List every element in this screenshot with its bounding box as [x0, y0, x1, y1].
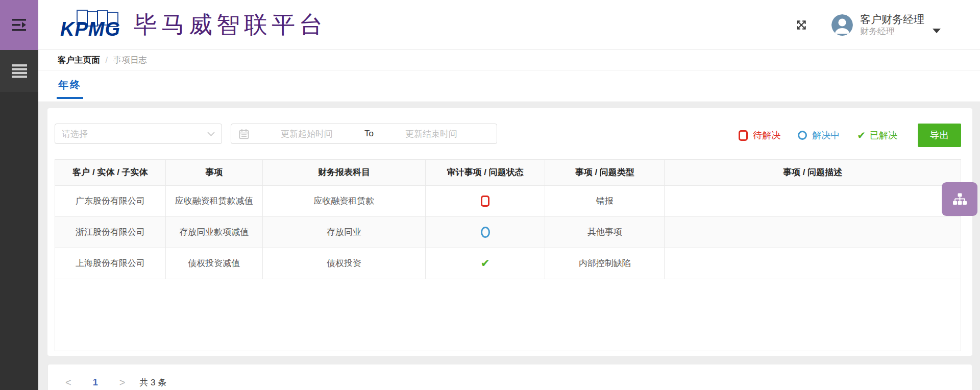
table-cell: 浙江股份有限公司	[55, 216, 165, 248]
calendar-icon	[239, 129, 249, 139]
org-structure-float-button[interactable]	[942, 182, 977, 216]
chevron-down-icon	[207, 132, 215, 136]
column-header: 财务报表科目	[262, 160, 425, 185]
table-cell: 债权投资	[262, 248, 425, 279]
tab-bar: 年终	[38, 70, 980, 102]
filter-select[interactable]: 请选择	[55, 124, 222, 144]
sidebar-menu-toggle[interactable]	[0, 0, 38, 50]
table-cell	[665, 248, 961, 279]
brand-area: KPMG 毕马威智联平台	[60, 9, 327, 41]
table-cell: 存放同业款项减值	[165, 216, 262, 248]
status-cell	[426, 185, 545, 216]
fullscreen-button[interactable]	[795, 18, 808, 32]
chevron-down-icon[interactable]	[933, 29, 941, 33]
issues-table-container: 客户 / 实体 / 子实体事项财务报表科目审计事项 / 问题状态事项 / 问题类…	[55, 159, 961, 351]
table-cell: 应收融资租赁款	[262, 185, 425, 216]
column-header: 审计事项 / 问题状态	[426, 160, 545, 185]
column-header: 客户 / 实体 / 子实体	[55, 160, 165, 185]
issues-table: 客户 / 实体 / 子实体事项财务报表科目审计事项 / 问题状态事项 / 问题类…	[55, 160, 961, 279]
export-button[interactable]: 导出	[918, 124, 961, 147]
pagination-total: 共 3 条	[139, 377, 166, 388]
date-range-picker[interactable]: 更新起始时间 To 更新结束时间	[231, 124, 497, 144]
status-cell: ✔	[426, 248, 545, 279]
hamburger-icon	[12, 64, 27, 78]
breadcrumb-separator: /	[106, 55, 108, 65]
legend-square-icon	[739, 130, 748, 141]
pagination-bar: < 1 > 共 3 条	[47, 364, 972, 390]
breadcrumb: 客户主页面 / 事项日志	[38, 50, 980, 70]
table-row: 广东股份有限公司应收融资租赁款减值应收融资租赁款错报	[55, 185, 961, 216]
table-row: 浙江股份有限公司存放同业款项减值存放同业其他事项	[55, 216, 961, 248]
table-cell	[665, 185, 961, 216]
legend-label: 解决中	[812, 129, 840, 141]
table-header-row: 客户 / 实体 / 子实体事项财务报表科目审计事项 / 问题状态事项 / 问题类…	[55, 160, 961, 185]
legend-circle-icon	[798, 131, 807, 140]
tab-year-end[interactable]: 年终	[57, 78, 83, 99]
legend-item-circle: 解决中	[798, 129, 840, 141]
sidebar-item-menu[interactable]	[0, 50, 38, 92]
sidebar	[0, 0, 38, 390]
status-in_progress-icon	[481, 227, 490, 238]
table-cell: 上海股份有限公司	[55, 248, 165, 279]
table-cell: 广东股份有限公司	[55, 185, 165, 216]
table-cell: 存放同业	[262, 216, 425, 248]
filter-row: 请选择 更新起始时间 To 更新结束时间 待解决解决中✔已解决 导出	[55, 108, 961, 147]
table-row: 上海股份有限公司债权投资减值债权投资✔内部控制缺陷	[55, 248, 961, 279]
column-header: 事项 / 问题描述	[665, 160, 961, 185]
select-placeholder: 请选择	[62, 128, 88, 140]
table-cell: 应收融资租赁款减值	[165, 185, 262, 216]
pagination-prev-button[interactable]: <	[65, 377, 71, 388]
user-icon	[831, 14, 853, 36]
legend-label: 待解决	[753, 129, 780, 141]
user-menu[interactable]: 客户财务经理 财务经理	[860, 13, 924, 37]
app-window: KPMG 毕马威智联平台	[0, 0, 980, 390]
table-body: 广东股份有限公司应收融资租赁款减值应收融资租赁款错报浙江股份有限公司存放同业款项…	[55, 185, 961, 279]
kpmg-logo: KPMG	[60, 10, 120, 40]
column-header: 事项	[165, 160, 262, 185]
date-end-input[interactable]: 更新结束时间	[374, 128, 489, 140]
avatar[interactable]	[831, 14, 853, 36]
user-name: 客户财务经理	[860, 13, 924, 25]
sitemap-icon	[952, 193, 967, 206]
content-area: 请选择 更新起始时间 To 更新结束时间 待解决解决中✔已解决 导出	[38, 102, 980, 390]
menu-unfold-icon	[11, 17, 28, 33]
legend-item-check: ✔已解决	[857, 129, 897, 141]
status-legend: 待解决解决中✔已解决	[739, 124, 915, 147]
issue-log-card: 请选择 更新起始时间 To 更新结束时间 待解决解决中✔已解决 导出	[47, 108, 972, 356]
page-title: 毕马威智联平台	[134, 9, 327, 41]
status-cell	[426, 216, 545, 248]
status-resolved-icon: ✔	[480, 257, 489, 270]
breadcrumb-current: 事项日志	[113, 55, 147, 66]
legend-label: 已解决	[870, 129, 897, 141]
legend-item-square: 待解决	[739, 129, 780, 141]
kpmg-logo-text: KPMG	[60, 18, 120, 40]
table-cell: 错报	[545, 185, 665, 216]
date-start-input[interactable]: 更新起始时间	[249, 128, 364, 140]
pagination-page-1[interactable]: 1	[93, 377, 98, 388]
pagination-next-button[interactable]: >	[119, 377, 126, 388]
table-cell: 其他事项	[545, 216, 665, 248]
date-separator: To	[364, 129, 374, 139]
table-cell: 债权投资减值	[165, 248, 262, 279]
main-area: KPMG 毕马威智联平台	[38, 0, 980, 390]
topbar-right: 客户财务经理 财务经理	[795, 13, 980, 37]
legend-check-icon: ✔	[857, 129, 866, 141]
status-pending-icon	[481, 196, 489, 207]
column-header: 事项 / 问题类型	[545, 160, 665, 185]
fullscreen-expand-icon	[795, 18, 808, 32]
table-cell	[665, 216, 961, 248]
breadcrumb-root[interactable]: 客户主页面	[58, 55, 100, 66]
topbar: KPMG 毕马威智联平台	[38, 0, 980, 50]
user-role: 财务经理	[860, 27, 924, 37]
table-cell: 内部控制缺陷	[545, 248, 665, 279]
